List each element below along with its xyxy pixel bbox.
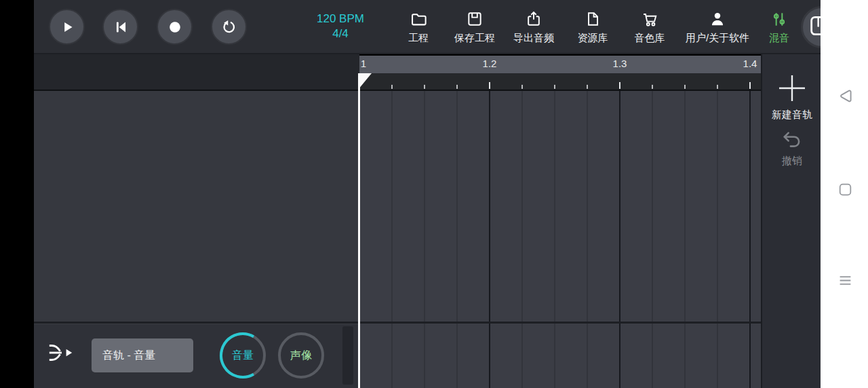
ruler-divider [34,90,761,91]
track-grid-area[interactable] [359,91,761,388]
recents-icon [836,271,854,292]
android-home-button[interactable] [835,181,854,200]
ruler-tick [684,85,686,89]
sub-gridline [391,91,393,388]
skip-to-start-button[interactable] [102,9,138,45]
beat-gridline [489,91,490,388]
menu-label: 用户/关于软件 [686,32,749,44]
ruler-mark: 1.4 [730,58,761,69]
ruler-tick [456,85,458,89]
sound-store-cart-icon [641,8,659,30]
ruler-mark: 1 [359,58,384,69]
track-control-panel: 音轨 - 音量 音量 声像 [34,324,359,388]
undo-label: 撤销 [782,155,802,168]
android-back-button[interactable] [835,88,854,106]
record-button[interactable] [157,9,193,45]
menu-label: 工程 [408,32,429,44]
volume-knob-label: 音量 [218,331,267,380]
menu-label: 保存工程 [454,32,495,44]
volume-knob[interactable]: 音量 [218,331,267,380]
pan-knob[interactable]: 声像 [277,331,326,380]
time-signature: 4/4 [304,26,377,41]
sub-gridline [521,91,523,388]
sub-gridline [456,91,458,388]
ruler-tick [391,85,393,89]
mixer-icon [770,8,788,30]
menu-item-export-audio[interactable]: 导出音频 [503,8,564,47]
undo-icon [781,130,803,152]
undo-button[interactable]: 撤销 [762,130,822,168]
menu-label: 导出音频 [513,32,554,44]
ruler-left-spacer [34,54,359,91]
new-track-button[interactable]: 新建音轨 [762,73,822,121]
bpm-value: 120 BPM [304,12,377,26]
folder-icon [410,8,428,30]
sub-gridline [684,91,686,388]
menu-item-resource-library[interactable]: 资源库 [562,8,623,47]
save-icon [466,8,484,30]
timeline-ruler[interactable]: 1 1.2 1.3 1.4 [359,56,761,73]
loop-icon [220,18,238,36]
menu-label: 混音 [769,32,789,44]
play-button[interactable] [49,9,85,45]
ruler-tick [424,85,425,89]
ruler-tick [749,82,751,89]
play-icon [58,18,76,36]
plus-icon [777,73,807,106]
menu-item-save-project[interactable]: 保存工程 [444,8,505,47]
ruler-tick [489,82,490,89]
home-icon [837,181,854,201]
ruler-tick [521,85,523,89]
menu-label: 音色库 [635,32,665,44]
sub-gridline [652,91,653,388]
merge-arrow-icon [47,339,75,369]
panel-scrollbar[interactable] [342,326,353,385]
ruler-tick [652,85,653,89]
ruler-tick [717,85,718,89]
screen: 120 BPM 4/4 工程 保存工程 导出音频 资源库 音色库 用户/关于软件 [0,0,868,388]
right-sidebar: 新建音轨 撤销 [761,54,821,388]
ruler-tick [554,85,555,89]
menu-item-project[interactable]: 工程 [388,8,449,47]
sub-gridline [587,91,588,388]
track-parameter-field[interactable]: 音轨 - 音量 [92,338,193,372]
export-audio-icon [525,8,542,30]
resource-document-icon [585,8,601,30]
menu-item-sound-store[interactable]: 音色库 [619,8,680,47]
beat-gridline [749,91,751,388]
beat-gridline [619,91,620,388]
ruler-mark: 1.2 [469,58,510,69]
playhead-line [358,73,360,388]
top-toolbar: 120 BPM 4/4 工程 保存工程 导出音频 资源库 音色库 用户/关于软件 [34,0,821,54]
android-recents-button[interactable] [835,272,854,291]
record-icon [166,18,184,36]
menu-item-user-about[interactable]: 用户/关于软件 [677,8,758,47]
ruler-tick [587,85,588,89]
ruler-mark: 1.3 [599,58,640,69]
ruler-tick-strip[interactable] [359,73,761,90]
automation-merge-button[interactable] [45,338,77,370]
loop-button[interactable] [211,9,247,45]
skip-to-start-icon [112,18,130,36]
back-icon [836,87,854,108]
sub-gridline [424,91,425,388]
sub-gridline [717,91,718,388]
sub-gridline [554,91,555,388]
new-track-label: 新建音轨 [772,109,812,121]
pan-knob-label: 声像 [277,331,326,380]
user-icon [709,8,726,30]
ruler-tick [619,82,620,89]
track-header-area[interactable] [34,91,359,322]
android-nav-bar [821,0,868,388]
menu-label: 资源库 [578,32,608,44]
menu-item-mixer[interactable]: 混音 [760,8,799,47]
tempo-display[interactable]: 120 BPM 4/4 [304,12,377,41]
